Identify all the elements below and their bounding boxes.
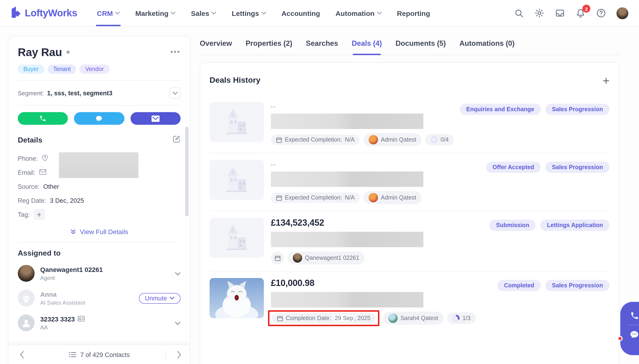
deal-stage-badge: Completed <box>497 280 541 291</box>
phone-icon <box>39 115 46 122</box>
redacted-address <box>271 114 423 129</box>
sms-button[interactable] <box>74 112 124 125</box>
bell-icon[interactable]: 2 <box>575 8 586 19</box>
inbox-icon[interactable] <box>554 8 565 19</box>
highlighted-date: 29 Sep <box>334 315 354 322</box>
add-deal-button[interactable]: + <box>603 76 609 85</box>
person-placeholder-avatar <box>18 314 35 331</box>
assigned-person-row[interactable]: 32323 3323 AA <box>18 314 181 331</box>
segment-label: Segment: <box>18 90 44 96</box>
call-button[interactable] <box>18 112 68 125</box>
alert-dot <box>617 336 623 341</box>
unmute-button[interactable]: Unmute <box>139 293 181 304</box>
nav-item-automation[interactable]: Automation <box>336 0 382 26</box>
deal-row[interactable]: -- Expected Completion: N/A Admin Qatest <box>210 153 609 211</box>
property-placeholder-image <box>210 102 264 142</box>
sidebar-scrollbar[interactable] <box>185 127 188 216</box>
assigned-person-row[interactable]: Qanewagent1 02261 Agent <box>18 265 181 282</box>
widget-phone-button[interactable] <box>625 308 639 322</box>
deal-agent-pill[interactable]: Qanewagent1 02261 <box>288 252 364 264</box>
property-placeholder-image <box>210 160 264 200</box>
chat-bubble-icon <box>96 115 103 122</box>
divider <box>165 349 166 360</box>
deal-progress-pill: 1/3 <box>447 312 476 324</box>
nav-item-marketing[interactable]: Marketing <box>135 0 176 26</box>
redacted-address <box>271 232 423 247</box>
deal-row[interactable]: £134,523,452 Qanewagent1 02261 Submissio… <box>210 211 609 271</box>
widget-chat-button[interactable] <box>625 328 639 342</box>
calendar-icon <box>274 255 280 261</box>
expand-person-button[interactable] <box>175 319 181 327</box>
chat-dots-icon <box>630 330 639 339</box>
agent-avatar <box>388 314 398 323</box>
notification-badge: 2 <box>582 5 590 12</box>
deal-row[interactable]: £10,000.98 Completion Date: 29 Sep, 2025 <box>210 271 609 331</box>
tab-searches[interactable]: Searches <box>306 39 338 48</box>
nav-item-sales[interactable]: Sales <box>191 0 216 26</box>
expand-person-button[interactable] <box>175 269 181 278</box>
phone-icon <box>630 311 639 320</box>
assigned-section-title: Assigned to <box>18 249 181 258</box>
nav-item-accounting[interactable]: Accounting <box>281 0 320 26</box>
details-section-title: Details <box>18 136 42 144</box>
person-name: Qanewagent1 02261 <box>40 266 103 273</box>
next-contact-button[interactable] <box>177 345 181 364</box>
tab-overview[interactable]: Overview <box>200 39 232 48</box>
completion-date-pill <box>271 252 284 264</box>
double-chevron-down-icon <box>70 229 76 234</box>
deal-price: -- <box>271 161 423 168</box>
deal-row[interactable]: -- Expected Completion: N/A Admin Qatest <box>210 95 609 153</box>
agent-avatar <box>369 193 378 202</box>
divider <box>628 325 639 325</box>
contact-sidebar: Ray Rau ••• Buyer Tenant Vendor Segment:… <box>8 36 190 364</box>
tab-documents[interactable]: Documents (5) <box>396 39 446 48</box>
primary-nav: CRM Marketing Sales Lettings Accounting … <box>97 0 430 26</box>
deal-agent-pill[interactable]: Admin Qatest <box>364 191 421 204</box>
nav-item-reporting[interactable]: Reporting <box>397 0 430 26</box>
gear-icon[interactable] <box>534 8 545 19</box>
person-role: Agent <box>40 274 103 281</box>
progress-ring-icon <box>430 136 438 144</box>
redacted-address <box>271 292 423 308</box>
deal-type-badge: Lettings Application <box>540 220 609 231</box>
deal-price: -- <box>271 103 454 110</box>
search-icon[interactable] <box>513 8 524 19</box>
nav-item-crm[interactable]: CRM <box>97 0 120 26</box>
tag-tenant[interactable]: Tenant <box>48 64 76 74</box>
email-button[interactable] <box>130 112 181 125</box>
tab-properties[interactable]: Properties (2) <box>246 39 292 48</box>
edit-details-icon[interactable] <box>173 135 181 145</box>
assigned-person-row[interactable]: Anna AI Sales Assistant Unmute <box>18 290 181 306</box>
status-dot <box>66 50 70 54</box>
panel-title: Deals History <box>210 76 260 85</box>
deal-agent-pill[interactable]: Admin Qatest <box>364 133 421 146</box>
top-navigation: LoftyWorks CRM Marketing Sales Lettings … <box>0 0 639 27</box>
contact-tabs: Overview Properties (2) Searches Deals (… <box>200 39 619 55</box>
phone-label: Phone: <box>18 155 38 162</box>
deal-stage-badge: Enquiries and Exchange <box>460 104 540 115</box>
help-icon[interactable] <box>595 8 607 19</box>
deal-agent-pill[interactable]: Sarah4 Qatest <box>383 312 443 325</box>
brand-logo[interactable]: LoftyWorks <box>10 6 77 20</box>
tag-buyer[interactable]: Buyer <box>18 64 44 74</box>
app-root: LoftyWorks CRM Marketing Sales Lettings … <box>0 0 639 364</box>
ai-assistant-avatar <box>18 290 35 306</box>
brand-name: LoftyWorks <box>25 8 77 19</box>
tag-vendor[interactable]: Vendor <box>80 64 109 74</box>
view-full-details-link[interactable]: View Full Details <box>18 228 181 236</box>
deal-photo <box>210 278 264 318</box>
tab-deals[interactable]: Deals (4) <box>352 39 382 48</box>
tab-automations[interactable]: Automations (0) <box>459 39 515 48</box>
user-avatar[interactable] <box>616 7 629 20</box>
person-name: 32323 3323 <box>40 315 85 323</box>
segment-dropdown-button[interactable] <box>169 88 181 98</box>
more-actions-button[interactable]: ••• <box>170 48 181 56</box>
tag-label: Tag: <box>18 211 30 218</box>
completion-date-pill: Expected Completion: N/A <box>271 192 360 203</box>
add-tag-button[interactable]: + <box>34 209 45 220</box>
redacted-address <box>271 172 423 187</box>
deal-price: £134,523,452 <box>271 218 423 228</box>
nav-item-lettings[interactable]: Lettings <box>232 0 266 26</box>
brand-logo-icon <box>10 6 22 20</box>
calendar-icon <box>276 137 282 143</box>
